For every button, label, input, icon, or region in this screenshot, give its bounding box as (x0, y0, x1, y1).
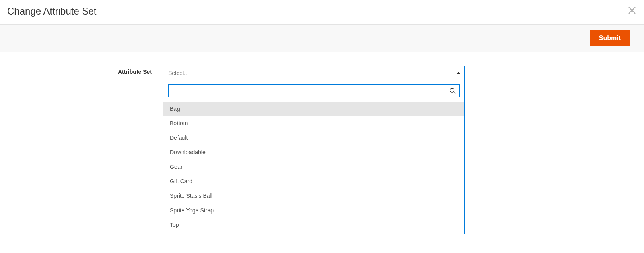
close-button[interactable] (627, 6, 637, 16)
option-item[interactable]: Top (163, 218, 464, 232)
attribute-set-select: Select... (163, 66, 465, 79)
option-item[interactable]: Gift Card (163, 174, 464, 189)
option-item[interactable]: Sprite Yoga Strap (163, 203, 464, 218)
option-item[interactable]: Bottom (163, 116, 464, 131)
search-input[interactable] (169, 85, 446, 97)
attribute-set-label: Attribute Set (0, 66, 163, 75)
option-item[interactable]: Downloadable (163, 145, 464, 160)
attribute-set-field: Attribute Set Select... (0, 66, 644, 79)
dropdown-search (168, 84, 460, 97)
dropdown-panel: BagBottomDefaultDownloadableGearGift Car… (163, 79, 465, 234)
select-toggle[interactable] (452, 66, 464, 79)
action-bar: Submit (0, 24, 644, 52)
text-caret (173, 87, 173, 95)
modal-title: Change Attribute Set (7, 6, 96, 17)
select-placeholder-text: Select... (163, 66, 452, 79)
change-attribute-set-modal: Change Attribute Set Submit Attribute Se… (0, 0, 644, 79)
svg-point-2 (450, 88, 454, 92)
chevron-up-icon (456, 72, 460, 74)
search-icon (446, 87, 459, 94)
form-area: Attribute Set Select... (0, 52, 644, 79)
svg-line-3 (454, 92, 455, 93)
submit-button[interactable]: Submit (590, 30, 630, 46)
select-display[interactable]: Select... (163, 66, 465, 79)
option-item[interactable]: Sprite Stasis Ball (163, 189, 464, 203)
modal-header: Change Attribute Set (0, 0, 644, 24)
close-icon (628, 6, 636, 15)
option-item[interactable]: Gear (163, 160, 464, 174)
dropdown-search-wrap (163, 79, 464, 102)
option-item[interactable]: Bag (163, 102, 464, 116)
options-list: BagBottomDefaultDownloadableGearGift Car… (163, 102, 464, 234)
option-item[interactable]: Default (163, 131, 464, 145)
